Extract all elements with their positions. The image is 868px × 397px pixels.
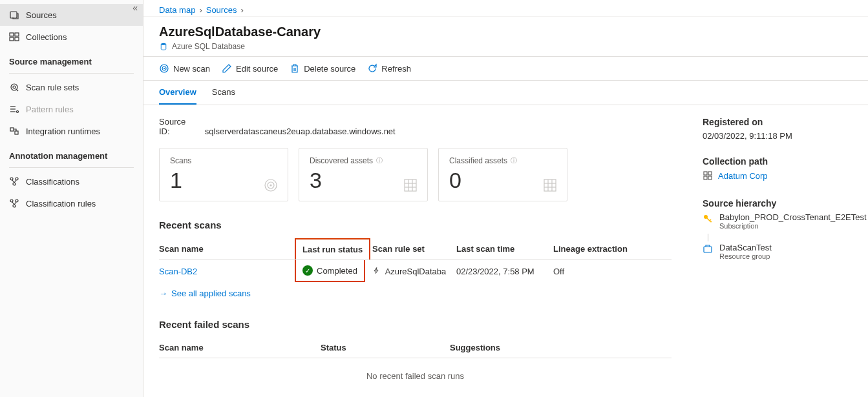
grid-icon [403,178,418,193]
sidebar-item-label: Collections [26,32,67,42]
toolbar: New scan Edit source Delete source Refre… [143,56,868,81]
key-icon [703,214,713,224]
scan-link[interactable]: Scan-DB2 [159,267,197,276]
new-scan-button[interactable]: New scan [159,61,210,76]
database-icon [159,42,168,51]
divider [9,73,134,74]
sidebar-item-label: Integration runtimes [26,127,100,136]
toolbar-label: New scan [173,64,210,74]
breadcrumb-separator: › [240,5,243,15]
sidebar-item-label: Sources [26,10,57,20]
hierarchy-item: Babylon_PROD_CrossTenant_E2ETest Subscri… [703,212,852,230]
registered-on-value: 02/03/2022, 9:11:18 PM [703,131,852,141]
svg-rect-39 [708,176,712,179]
refresh-button[interactable]: Refresh [367,61,411,76]
svg-rect-2 [15,33,19,36]
sidebar-item-classifications[interactable]: Classifications [0,170,143,192]
refresh-icon [367,63,377,74]
svg-point-17 [16,199,18,202]
collections-icon [9,32,19,42]
check-icon: ✓ [302,265,313,276]
source-id-value: sqlserverdatascaneus2euap.database.windo… [205,127,396,136]
recent-scans-title: Recent scans [159,219,672,230]
card-discovered-value: 3 [310,168,417,193]
td-status: ✓ Completed [295,260,372,283]
td-ruleset: AzureSqlDataba [372,260,456,283]
collection-link[interactable]: Adatum Corp [703,170,768,181]
svg-rect-12 [15,131,18,134]
sidebar-item-label: Classifications [26,177,79,187]
classification-rules-icon [9,198,19,209]
th-last-scan-time: Last scan time [456,238,553,260]
sidebar-item-label: Classification rules [26,199,96,209]
sidebar-section-source-management: Source management [0,48,143,70]
overview-content: Source ID: sqlserverdatascaneus2euap.dat… [143,105,687,397]
sidebar-section-annotation-management: Annotation management [0,142,143,165]
integration-runtimes-icon [9,126,19,136]
tab-scans[interactable]: Scans [212,81,235,105]
hierarchy-type: Resource group [719,252,772,260]
th-last-run-status: Last run status [295,238,372,260]
svg-rect-31 [544,179,556,191]
table-row: Scan-DB2 ✓ Completed [159,260,672,283]
th-scan-name: Scan name [159,238,295,260]
see-all-applied-scans[interactable]: → See all applied scans [159,289,251,298]
card-classified-value: 0 [449,168,556,193]
sidebar-collapse-button[interactable]: « [132,3,138,13]
sidebar-item-label: Scan rule sets [26,83,79,92]
hierarchy-item: DataScanTest Resource group [703,243,852,260]
failed-scans-table: Scan name Status Suggestions [159,338,672,358]
target-icon [159,63,169,74]
hierarchy-type: Subscription [719,222,867,230]
source-hierarchy-label: Source hierarchy [703,198,852,209]
card-classified-assets: Classified assets ⓘ 0 [438,148,567,201]
source-id-label: Source ID: [159,117,198,136]
breadcrumb-sources[interactable]: Sources [206,5,237,15]
info-icon[interactable]: ⓘ [510,157,518,165]
sidebar: « Sources Collections Source management … [0,0,143,397]
sidebar-item-classification-rules[interactable]: Classification rules [0,192,143,214]
sidebar-item-pattern-rules[interactable]: Pattern rules [0,98,143,120]
sidebar-item-collections[interactable]: Collections [0,26,143,48]
breadcrumb: Data map › Sources › [143,0,868,17]
status-completed: ✓ Completed [302,265,357,276]
th-status: Status [321,338,450,358]
svg-rect-38 [704,176,707,179]
svg-rect-26 [405,179,416,191]
svg-point-18 [13,205,16,207]
empty-failed-scans: No recent failed scan runs [159,358,672,394]
svg-rect-41 [704,247,712,252]
classifications-icon [9,176,19,187]
delete-source-button[interactable]: Delete source [290,61,355,76]
edit-source-button[interactable]: Edit source [222,61,278,76]
info-icon[interactable]: ⓘ [376,157,383,165]
target-icon [263,178,279,193]
breadcrumb-separator: › [199,5,202,15]
svg-point-5 [11,84,17,90]
sidebar-item-integration-runtimes[interactable]: Integration runtimes [0,120,143,142]
breadcrumb-data-map[interactable]: Data map [159,5,195,15]
stats-cards: Scans 1 Discovered assets ⓘ 3 [159,148,672,201]
svg-point-6 [13,86,16,88]
card-scans-label: Scans [170,156,277,165]
sidebar-item-sources[interactable]: Sources [0,4,143,26]
svg-point-25 [270,185,271,186]
card-scans-value: 1 [170,168,277,193]
svg-point-14 [16,178,18,180]
hierarchy-name: Babylon_PROD_CrossTenant_E2ETest [719,212,867,222]
svg-rect-3 [10,37,14,41]
collection-path-label: Collection path [703,156,852,167]
source-type-label: Azure SQL Database [172,42,245,51]
recent-failed-scans-title: Recent failed scans [159,319,672,330]
sidebar-item-scan-rule-sets[interactable]: Scan rule sets [0,76,143,98]
svg-rect-4 [15,37,19,41]
th-scan-name: Scan name [159,338,321,358]
card-scans: Scans 1 [159,148,288,201]
tab-overview[interactable]: Overview [159,81,196,105]
toolbar-label: Refresh [381,64,411,74]
lightning-icon [372,267,383,276]
svg-rect-36 [704,172,707,175]
svg-point-22 [164,68,165,69]
td-lineage: Off [553,260,672,283]
svg-rect-1 [10,33,14,36]
